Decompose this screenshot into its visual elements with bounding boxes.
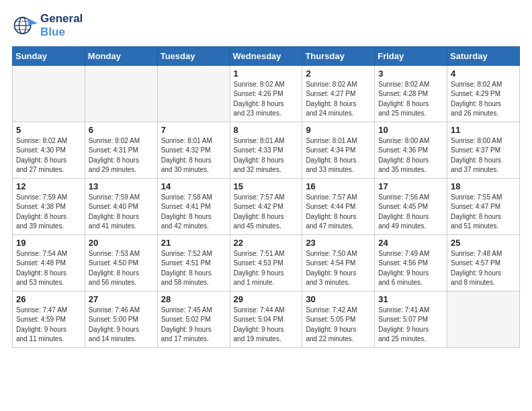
weekday-sunday: Sunday xyxy=(13,46,85,65)
day-cell: 2Sunrise: 8:02 AMSunset: 4:27 PMDaylight… xyxy=(302,65,375,122)
day-number: 29 xyxy=(234,294,299,304)
day-info: Sunrise: 7:57 AMSunset: 4:44 PMDaylight:… xyxy=(306,193,371,232)
day-info: Sunrise: 8:00 AMSunset: 4:36 PMDaylight:… xyxy=(378,136,443,175)
svg-marker-5 xyxy=(28,19,38,26)
day-info: Sunrise: 7:58 AMSunset: 4:41 PMDaylight:… xyxy=(161,193,226,232)
day-cell: 16Sunrise: 7:57 AMSunset: 4:44 PMDayligh… xyxy=(302,178,375,234)
day-cell: 25Sunrise: 7:48 AMSunset: 4:57 PMDayligh… xyxy=(447,234,520,291)
day-number: 3 xyxy=(378,68,443,79)
day-number: 8 xyxy=(234,125,299,135)
day-info: Sunrise: 7:54 AMSunset: 4:48 PMDaylight:… xyxy=(16,249,81,288)
day-info: Sunrise: 8:02 AMSunset: 4:28 PMDaylight:… xyxy=(378,80,443,119)
day-info: Sunrise: 8:01 AMSunset: 4:34 PMDaylight:… xyxy=(306,136,371,175)
day-info: Sunrise: 7:56 AMSunset: 4:45 PMDaylight:… xyxy=(378,193,443,232)
day-cell xyxy=(447,291,520,347)
day-cell: 31Sunrise: 7:41 AMSunset: 5:07 PMDayligh… xyxy=(375,291,447,347)
day-cell: 14Sunrise: 7:58 AMSunset: 4:41 PMDayligh… xyxy=(157,178,230,234)
day-info: Sunrise: 8:02 AMSunset: 4:26 PMDaylight:… xyxy=(234,80,299,119)
page: General Blue SundayMondayTuesdayWednesda… xyxy=(0,0,532,411)
day-info: Sunrise: 7:45 AMSunset: 5:02 PMDaylight:… xyxy=(161,306,226,345)
day-cell: 27Sunrise: 7:46 AMSunset: 5:00 PMDayligh… xyxy=(85,291,157,347)
day-number: 27 xyxy=(89,294,154,304)
day-cell: 19Sunrise: 7:54 AMSunset: 4:48 PMDayligh… xyxy=(13,234,85,291)
day-info: Sunrise: 7:44 AMSunset: 5:04 PMDaylight:… xyxy=(234,306,299,345)
day-cell: 6Sunrise: 8:02 AMSunset: 4:31 PMDaylight… xyxy=(85,122,157,178)
day-number: 22 xyxy=(234,238,299,248)
day-number: 11 xyxy=(451,125,516,135)
day-cell xyxy=(13,65,85,122)
day-number: 14 xyxy=(161,181,226,191)
day-number: 6 xyxy=(89,125,154,135)
day-info: Sunrise: 7:49 AMSunset: 4:56 PMDaylight:… xyxy=(378,249,443,288)
day-cell: 11Sunrise: 8:00 AMSunset: 4:37 PMDayligh… xyxy=(447,122,520,178)
weekday-wednesday: Wednesday xyxy=(230,46,302,65)
day-cell: 28Sunrise: 7:45 AMSunset: 5:02 PMDayligh… xyxy=(157,291,230,347)
day-info: Sunrise: 8:02 AMSunset: 4:27 PMDaylight:… xyxy=(306,80,371,119)
day-cell: 3Sunrise: 8:02 AMSunset: 4:28 PMDaylight… xyxy=(375,65,447,122)
day-info: Sunrise: 7:51 AMSunset: 4:53 PMDaylight:… xyxy=(234,249,299,288)
day-number: 25 xyxy=(451,238,516,248)
day-cell: 10Sunrise: 8:00 AMSunset: 4:36 PMDayligh… xyxy=(375,122,447,178)
day-cell: 17Sunrise: 7:56 AMSunset: 4:45 PMDayligh… xyxy=(375,178,447,234)
day-cell: 12Sunrise: 7:59 AMSunset: 4:38 PMDayligh… xyxy=(13,178,85,234)
day-cell: 29Sunrise: 7:44 AMSunset: 5:04 PMDayligh… xyxy=(230,291,302,347)
day-number: 28 xyxy=(161,294,226,304)
day-cell: 13Sunrise: 7:59 AMSunset: 4:40 PMDayligh… xyxy=(85,178,157,234)
day-info: Sunrise: 7:59 AMSunset: 4:40 PMDaylight:… xyxy=(89,193,154,232)
day-info: Sunrise: 7:52 AMSunset: 4:51 PMDaylight:… xyxy=(161,249,226,288)
day-number: 31 xyxy=(378,294,443,304)
day-number: 21 xyxy=(161,238,226,248)
calendar: SundayMondayTuesdayWednesdayThursdayFrid… xyxy=(12,46,520,348)
day-info: Sunrise: 7:42 AMSunset: 5:05 PMDaylight:… xyxy=(306,306,371,345)
day-number: 17 xyxy=(378,181,443,191)
weekday-header-row: SundayMondayTuesdayWednesdayThursdayFrid… xyxy=(13,46,520,65)
day-number: 19 xyxy=(16,238,81,248)
day-number: 4 xyxy=(451,68,516,79)
day-cell: 9Sunrise: 8:01 AMSunset: 4:34 PMDaylight… xyxy=(302,122,375,178)
day-number: 18 xyxy=(451,181,516,191)
day-cell xyxy=(85,65,157,122)
day-info: Sunrise: 7:59 AMSunset: 4:38 PMDaylight:… xyxy=(16,193,81,232)
day-number: 10 xyxy=(378,125,443,135)
day-number: 5 xyxy=(16,125,81,135)
day-cell: 26Sunrise: 7:47 AMSunset: 4:59 PMDayligh… xyxy=(13,291,85,347)
day-info: Sunrise: 7:57 AMSunset: 4:42 PMDaylight:… xyxy=(234,193,299,232)
day-info: Sunrise: 8:01 AMSunset: 4:33 PMDaylight:… xyxy=(234,136,299,175)
day-number: 30 xyxy=(306,294,371,304)
day-info: Sunrise: 7:41 AMSunset: 5:07 PMDaylight:… xyxy=(378,306,443,345)
day-cell: 7Sunrise: 8:01 AMSunset: 4:32 PMDaylight… xyxy=(157,122,230,178)
weekday-thursday: Thursday xyxy=(302,46,375,65)
day-info: Sunrise: 8:02 AMSunset: 4:30 PMDaylight:… xyxy=(16,136,81,175)
day-info: Sunrise: 8:00 AMSunset: 4:37 PMDaylight:… xyxy=(451,136,516,175)
day-cell: 4Sunrise: 8:02 AMSunset: 4:29 PMDaylight… xyxy=(447,65,520,122)
day-info: Sunrise: 7:47 AMSunset: 4:59 PMDaylight:… xyxy=(16,306,81,345)
logo-text: General Blue xyxy=(40,12,83,40)
day-cell: 30Sunrise: 7:42 AMSunset: 5:05 PMDayligh… xyxy=(302,291,375,347)
weekday-monday: Monday xyxy=(85,46,157,65)
day-number: 15 xyxy=(234,181,299,191)
day-number: 20 xyxy=(89,238,154,248)
day-info: Sunrise: 8:02 AMSunset: 4:29 PMDaylight:… xyxy=(451,80,516,119)
day-number: 9 xyxy=(306,125,371,135)
day-number: 7 xyxy=(161,125,226,135)
day-info: Sunrise: 7:55 AMSunset: 4:47 PMDaylight:… xyxy=(451,193,516,232)
weekday-tuesday: Tuesday xyxy=(157,46,230,65)
week-row-4: 19Sunrise: 7:54 AMSunset: 4:48 PMDayligh… xyxy=(13,234,520,291)
header: General Blue xyxy=(12,12,520,40)
day-cell: 23Sunrise: 7:50 AMSunset: 4:54 PMDayligh… xyxy=(302,234,375,291)
week-row-2: 5Sunrise: 8:02 AMSunset: 4:30 PMDaylight… xyxy=(13,122,520,178)
day-number: 16 xyxy=(306,181,371,191)
day-cell xyxy=(157,65,230,122)
day-info: Sunrise: 7:48 AMSunset: 4:57 PMDaylight:… xyxy=(451,249,516,288)
day-cell: 20Sunrise: 7:53 AMSunset: 4:50 PMDayligh… xyxy=(85,234,157,291)
day-number: 2 xyxy=(306,68,371,79)
day-number: 24 xyxy=(378,238,443,248)
day-cell: 22Sunrise: 7:51 AMSunset: 4:53 PMDayligh… xyxy=(230,234,302,291)
day-cell: 8Sunrise: 8:01 AMSunset: 4:33 PMDaylight… xyxy=(230,122,302,178)
week-row-5: 26Sunrise: 7:47 AMSunset: 4:59 PMDayligh… xyxy=(13,291,520,347)
day-number: 26 xyxy=(16,294,81,304)
day-info: Sunrise: 7:53 AMSunset: 4:50 PMDaylight:… xyxy=(89,249,154,288)
week-row-1: 1Sunrise: 8:02 AMSunset: 4:26 PMDaylight… xyxy=(13,65,520,122)
logo-icon xyxy=(12,13,38,38)
day-number: 23 xyxy=(306,238,371,248)
